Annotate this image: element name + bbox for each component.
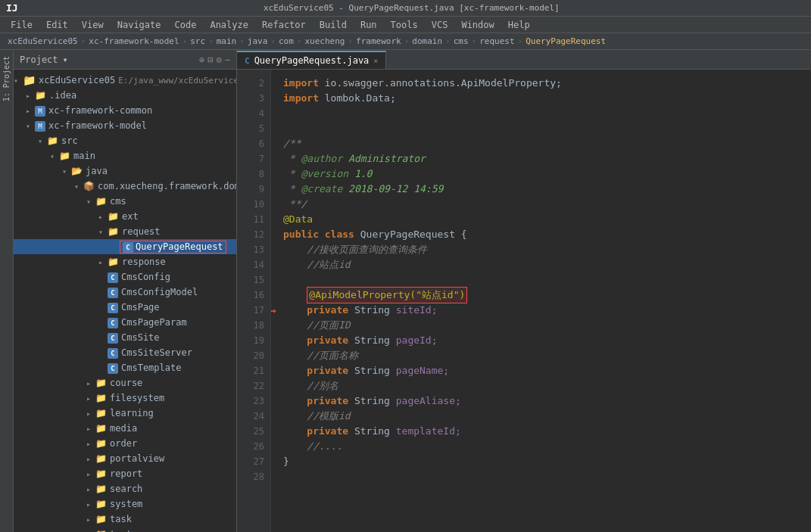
tree-item-filesystem[interactable]: ▸📁filesystem: [14, 390, 236, 406]
project-tab[interactable]: 1: Project: [1, 53, 12, 104]
sync-icon[interactable]: ⊕: [199, 54, 204, 65]
code-token: *: [283, 166, 301, 182]
tree-item-main[interactable]: ▾📁main: [14, 148, 236, 163]
tree-item-CmsSite[interactable]: CCmsSite: [14, 330, 236, 345]
menu-item-file[interactable]: File: [5, 18, 39, 32]
tree-arrow: ▾: [26, 122, 35, 130]
tree-icon-folder: 📁: [47, 135, 58, 146]
tree-item-system[interactable]: ▸📁system: [14, 496, 236, 512]
menu-item-refactor[interactable]: Refactor: [256, 18, 312, 32]
code-token: private: [307, 394, 348, 409]
breadcrumb-item-1[interactable]: xc-framework-model: [89, 36, 179, 46]
line-number-4: 4: [237, 106, 270, 121]
tree-path: E:/java_www/xcEduService05: [118, 76, 236, 86]
tree-item-com.xuecheng.framework.domain[interactable]: ▾📦com.xuecheng.framework.domain: [14, 179, 236, 194]
menu-item-code[interactable]: Code: [169, 18, 203, 32]
tree-item-response[interactable]: ▸📁response: [14, 254, 236, 269]
tree-item-portalview[interactable]: ▸📁portalview: [14, 451, 236, 466]
tree-item-task[interactable]: ▸📁task: [14, 512, 236, 527]
tree-item-search[interactable]: ▸📁search: [14, 481, 236, 496]
tree-arrow: ▸: [86, 485, 95, 493]
tree-item-learning[interactable]: ▸📁learning: [14, 406, 236, 421]
line-number-25: 25: [237, 424, 270, 439]
tree-item-cms[interactable]: ▾📁cms: [14, 194, 236, 209]
tree-icon-java: C: [108, 272, 118, 283]
tree-arrow: ▾: [74, 182, 83, 191]
line-number-17: 17: [237, 303, 270, 318]
tree-item-CmsSiteServer[interactable]: CCmsSiteServer: [14, 345, 236, 360]
breadcrumb-item-8[interactable]: domain: [412, 36, 442, 46]
tree-item-CmsPageParam[interactable]: CCmsPageParam: [14, 315, 236, 330]
tree-label: system: [110, 499, 142, 509]
tree-item-test[interactable]: ▸📁test: [14, 527, 236, 532]
tree-item-xcEduService05[interactable]: ▾📁xcEduService05 E:/java_www/xcEduServic…: [14, 73, 236, 88]
tree-item-media[interactable]: ▸📁media: [14, 421, 236, 436]
line-number-9: 9: [237, 182, 270, 197]
breadcrumb-item-2[interactable]: src: [190, 36, 205, 46]
tree-item-report[interactable]: ▸📁report: [14, 466, 236, 481]
tree-item-order[interactable]: ▸📁order: [14, 436, 236, 451]
close-panel-icon[interactable]: −: [225, 54, 230, 65]
tree-highlight-label: QueryPageRequest: [136, 241, 223, 252]
editor-tab-active[interactable]: C QueryPageRequest.java ×: [237, 51, 386, 69]
tree-label: course: [110, 378, 142, 388]
tree-item-ext[interactable]: ▸📁ext: [14, 209, 236, 224]
code-token: [283, 333, 307, 348]
project-panel: Project ▾ ⊕ ⊟ ⚙ − ▾📁xcEduService05 E:/ja…: [14, 50, 237, 532]
code-token: @author: [301, 151, 342, 166]
breadcrumb-sep: ›: [518, 36, 523, 46]
menu-item-window[interactable]: Window: [455, 18, 500, 32]
window-title: xcEduService05 - QueryPageRequest.java […: [264, 3, 560, 13]
breadcrumb-item-0[interactable]: xcEduService05: [8, 36, 78, 46]
breadcrumb-item-4[interactable]: java: [248, 36, 268, 46]
menu-item-help[interactable]: Help: [502, 18, 536, 32]
tree-icon-folder: 📁: [95, 499, 107, 509]
tree-item-CmsPage[interactable]: CCmsPage: [14, 300, 236, 315]
menu-item-view[interactable]: View: [76, 18, 110, 32]
settings-icon[interactable]: ⚙: [217, 54, 222, 65]
line-number-12: 12: [237, 227, 270, 242]
breadcrumb-item-10[interactable]: request: [479, 36, 514, 46]
menu-item-vcs[interactable]: VCS: [426, 18, 454, 32]
breadcrumb-item-7[interactable]: framework: [356, 36, 401, 46]
code-token: templateId;: [390, 424, 461, 439]
breadcrumb-item-9[interactable]: cms: [454, 36, 469, 46]
tree-item-course[interactable]: ▸📁course: [14, 375, 236, 390]
menu-item-edit[interactable]: Edit: [40, 18, 74, 32]
code-token: ApiModelProperty: [461, 76, 556, 91]
tree-label: request: [122, 226, 161, 237]
menu-item-build[interactable]: Build: [313, 18, 353, 32]
collapse-icon[interactable]: ⊟: [207, 54, 213, 65]
menu-item-tools[interactable]: Tools: [385, 18, 424, 32]
menu-item-navigate[interactable]: Navigate: [111, 18, 167, 32]
line-number-14: 14: [237, 257, 270, 272]
breadcrumb-item-3[interactable]: main: [217, 36, 237, 46]
red-arrow: →: [271, 303, 276, 318]
breadcrumb-sep: ›: [239, 36, 245, 46]
tree-item-xc-framework-model[interactable]: ▾Mxc-framework-model: [14, 118, 236, 133]
tree-label: com.xuecheng.framework.domain: [98, 181, 236, 191]
breadcrumb-item-6[interactable]: xuecheng: [304, 36, 345, 46]
tree-label: cms: [110, 196, 126, 207]
tree-item-QueryPageRequest[interactable]: CQueryPageRequest: [14, 239, 236, 254]
tree-item-xc-framework-common[interactable]: ▸Mxc-framework-common: [14, 103, 236, 118]
tree-item-idea[interactable]: ▸📁.idea: [14, 88, 236, 103]
tab-close-icon[interactable]: ×: [373, 57, 378, 65]
tree-item-java[interactable]: ▾📂java: [14, 163, 236, 179]
code-content[interactable]: import io.swagger.annotations.ApiModelPr…: [271, 70, 811, 532]
tree-item-CmsConfig[interactable]: CCmsConfig: [14, 269, 236, 285]
menu-item-analyze[interactable]: Analyze: [204, 18, 254, 32]
code-line-2: import io.swagger.annotations.ApiModelPr…: [271, 76, 811, 91]
tree-icon-folder: 📁: [95, 378, 107, 388]
menu-item-run[interactable]: Run: [354, 18, 383, 32]
tree-item-CmsConfigModel[interactable]: CCmsConfigModel: [14, 285, 236, 300]
code-token: *: [283, 182, 301, 197]
tree-item-CmsTemplate[interactable]: CCmsTemplate: [14, 360, 236, 375]
menu-bar: FileEditViewNavigateCodeAnalyzeRefactorB…: [0, 17, 811, 33]
tree-label: xc-framework-model: [48, 120, 147, 131]
tree-item-src[interactable]: ▾📁src: [14, 133, 236, 148]
tree-item-request[interactable]: ▾📁request: [14, 224, 236, 239]
line-number-13: 13: [237, 242, 270, 257]
panel-dropdown[interactable]: ▾: [63, 54, 68, 65]
breadcrumb-item-5[interactable]: com: [279, 36, 294, 46]
